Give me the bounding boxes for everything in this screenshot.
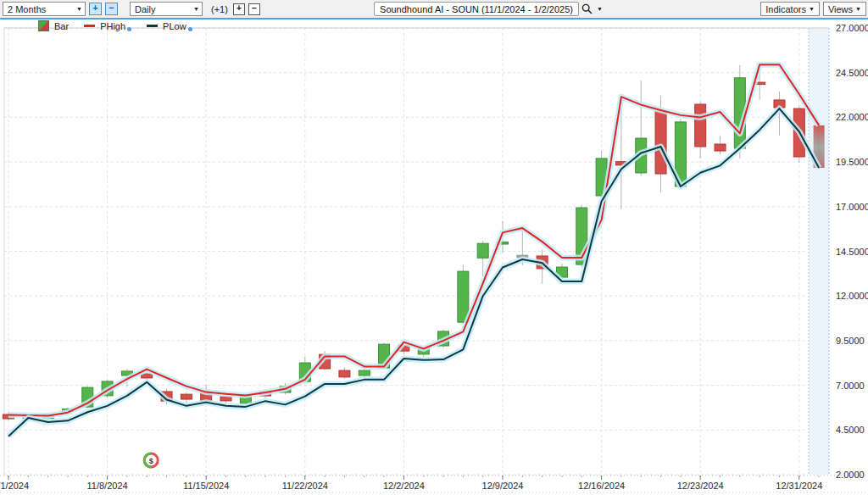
svg-text:11/15/2024: 11/15/2024: [183, 481, 229, 491]
legend-phigh-label: PHigh: [100, 21, 125, 31]
svg-text:4.5000: 4.5000: [836, 425, 865, 435]
svg-text:12.0000: 12.0000: [836, 291, 868, 301]
legend-item-plow[interactable]: PLow: [147, 21, 192, 31]
plow-line[interactable]: [8, 108, 819, 437]
current-bar-highlight-band: [809, 28, 829, 475]
svg-text:17.0000: 17.0000: [836, 202, 868, 212]
svg-text:22.0000: 22.0000: [836, 112, 868, 122]
svg-text:$: $: [149, 457, 153, 465]
svg-text:2.0000: 2.0000: [836, 470, 865, 480]
candle[interactable]: [695, 102, 706, 159]
legend-item-bar[interactable]: Bar: [38, 20, 69, 31]
svg-text:11/1/2024: 11/1/2024: [0, 481, 29, 491]
y-axis-labels: 27.000024.500022.000019.500017.000014.50…: [836, 23, 868, 480]
candle[interactable]: [181, 392, 192, 403]
price-chart[interactable]: $27.000024.500022.000019.500017.000014.5…: [0, 0, 868, 495]
svg-text:11/22/2024: 11/22/2024: [282, 481, 328, 491]
svg-text:9.5000: 9.5000: [836, 336, 865, 346]
svg-text:11/8/2024: 11/8/2024: [87, 481, 128, 491]
bar-series-swatch-icon: [38, 20, 49, 31]
svg-text:27.0000: 27.0000: [836, 23, 868, 33]
candle[interactable]: [359, 369, 370, 378]
candle[interactable]: [715, 136, 726, 155]
legend-bar-label: Bar: [54, 21, 69, 31]
chart-legend: Bar PHigh PLow: [38, 20, 208, 31]
svg-text:12/31/2024: 12/31/2024: [776, 481, 822, 491]
gridlines: [4, 28, 829, 475]
legend-plow-label: PLow: [163, 21, 186, 31]
phigh-settings-dot-icon[interactable]: [127, 27, 131, 31]
legend-item-phigh[interactable]: PHigh: [84, 21, 131, 31]
svg-text:19.5000: 19.5000: [836, 157, 868, 167]
svg-text:7.0000: 7.0000: [836, 381, 865, 391]
phigh-line-swatch-icon: [84, 25, 95, 27]
x-axis: [0, 476, 868, 492]
x-axis-labels: 11/1/202411/8/202411/15/202411/22/202412…: [0, 481, 822, 491]
svg-text:12/2/2024: 12/2/2024: [383, 481, 425, 491]
earnings-event-marker-icon[interactable]: $: [144, 453, 158, 467]
plow-line-swatch-icon: [147, 25, 158, 27]
svg-text:14.5000: 14.5000: [836, 247, 868, 257]
svg-text:12/16/2024: 12/16/2024: [578, 481, 625, 491]
plow-settings-dot-icon[interactable]: [188, 27, 192, 31]
candle[interactable]: [339, 367, 350, 379]
svg-text:24.5000: 24.5000: [836, 68, 868, 78]
phigh-line[interactable]: [8, 64, 819, 415]
candle[interactable]: [636, 81, 647, 176]
svg-text:12/23/2024: 12/23/2024: [677, 481, 724, 491]
svg-text:12/9/2024: 12/9/2024: [482, 481, 524, 491]
